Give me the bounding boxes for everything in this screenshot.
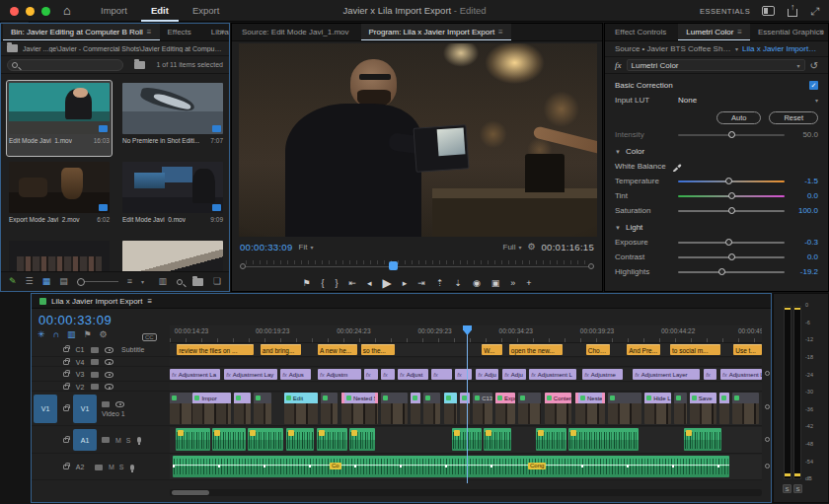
scrubber-track[interactable]	[246, 266, 588, 267]
edit-pencil-icon[interactable]: ✎	[9, 277, 17, 286]
clip-name[interactable]: Edit Mode Javi_1.mov	[9, 137, 72, 144]
video-clip[interactable]	[381, 393, 408, 424]
step-back-button[interactable]: ◂	[367, 279, 372, 288]
adjustment-layer-clip[interactable]	[704, 369, 716, 380]
adjustment-layer-clip[interactable]: Adjust	[398, 369, 428, 380]
video-clip[interactable]	[170, 393, 192, 424]
solo-right-button[interactable]: S	[793, 484, 802, 493]
clip-thumbnail[interactable]	[122, 83, 223, 134]
adjustment-layer-clip[interactable]: Adjustment L	[529, 369, 576, 380]
lock-icon[interactable]	[63, 360, 69, 365]
clip-name[interactable]: No Premiere in Shot Editi...	[122, 137, 199, 144]
timeline-playhead[interactable]	[467, 325, 468, 483]
color-section-header[interactable]: ▼Color	[605, 144, 828, 159]
a2-track-header[interactable]: A2 M S	[32, 455, 170, 480]
minimize-window-button[interactable]	[26, 7, 35, 16]
video-clip[interactable]	[411, 393, 420, 424]
audio-clip[interactable]	[317, 428, 347, 451]
clip-thumbnail[interactable]	[122, 162, 223, 213]
No Premiere in Shot Editi...[interactable]: No Premiere in Shot Editi...7:07	[120, 81, 225, 156]
video-clip[interactable]	[234, 393, 251, 424]
audio-clip[interactable]	[536, 428, 566, 451]
track-target-v1[interactable]: V1	[73, 395, 97, 423]
video-clip[interactable]: Nested S	[341, 393, 378, 424]
scrubber-playhead[interactable]	[389, 261, 398, 270]
track-target-a1[interactable]: A1	[73, 429, 97, 451]
automate-to-sequence-icon[interactable]: ▥	[158, 277, 167, 286]
playback-resolution-dropdown[interactable]: Full▾	[503, 243, 522, 252]
thumbnail-zoom-slider[interactable]	[77, 281, 118, 282]
a1-track-header[interactable]: A1 M S	[32, 427, 170, 454]
lock-icon[interactable]	[63, 347, 69, 352]
tab-overflow-icon[interactable]: »	[819, 27, 824, 36]
slider-knob[interactable]	[728, 207, 735, 214]
sync-lock-icon[interactable]	[102, 401, 110, 407]
video-clip[interactable]: Impor	[192, 393, 231, 424]
sync-lock-icon[interactable]	[91, 347, 99, 353]
lift-button[interactable]: ⇡	[436, 279, 444, 288]
adjustment-layer-clip[interactable]: Adjustment L	[720, 369, 762, 380]
slider-track[interactable]	[678, 180, 785, 182]
v4-track-header[interactable]: V4	[32, 358, 170, 367]
audio-clip[interactable]	[568, 428, 639, 451]
subtitle-track-header[interactable]: C1 Subtitle	[32, 343, 170, 357]
clip-name[interactable]: Edit Mode Javi_0.mov	[122, 216, 186, 223]
media-folder-icon[interactable]	[134, 61, 145, 69]
audio-clip[interactable]	[212, 428, 246, 451]
snap-icon[interactable]: ∩	[53, 330, 59, 339]
search-input[interactable]	[7, 59, 123, 71]
slider-track[interactable]	[678, 271, 785, 273]
tab-overflow-icon[interactable]: »	[220, 27, 225, 36]
audio-clip[interactable]	[176, 428, 210, 451]
video-clip[interactable]: C13	[473, 393, 492, 424]
workspace-name-label[interactable]: ESSENTIALS	[700, 7, 750, 16]
close-window-button[interactable]	[10, 7, 19, 16]
timeline-settings-icon[interactable]: ⚙	[100, 330, 108, 339]
video-clip[interactable]: Content	[545, 393, 571, 424]
new-bin-icon[interactable]	[192, 278, 203, 286]
slider-track[interactable]	[678, 210, 785, 212]
extract-button[interactable]: ⇣	[454, 279, 462, 288]
mute-button[interactable]: M	[107, 464, 116, 470]
source-clip-label[interactable]: Source • Javier BTS Coffee Shoot...	[615, 44, 731, 53]
workspaces-icon[interactable]	[762, 6, 775, 16]
video-clip[interactable]: Edit	[284, 393, 318, 424]
mute-button[interactable]: M	[113, 437, 123, 444]
clip-thumbnail[interactable]	[9, 162, 110, 213]
adjustment-layer-clip[interactable]: Adjustm	[318, 369, 361, 380]
clip-name[interactable]: Export Mode Javi_2.mov	[9, 216, 80, 223]
slider-track[interactable]	[678, 256, 785, 258]
fullscreen-icon[interactable]: ⤢	[810, 6, 819, 17]
slider-knob[interactable]	[728, 192, 735, 199]
clip-item[interactable]	[120, 239, 225, 271]
adjustment-layer-clip[interactable]: Adjustment Layer	[633, 369, 700, 380]
freeform-view-icon[interactable]: ▤	[59, 277, 68, 286]
reset-effect-icon[interactable]: ↺	[810, 60, 818, 71]
current-timecode[interactable]: 00:00:33:09	[240, 242, 293, 252]
voiceover-record-icon[interactable]	[137, 437, 141, 443]
video-clip[interactable]	[423, 393, 440, 424]
subtitle-clip[interactable]: W...	[482, 344, 502, 355]
eye-icon[interactable]	[105, 372, 113, 378]
adjustment-layer-clip[interactable]	[431, 369, 452, 380]
export-frame-button[interactable]: ◉	[473, 279, 481, 288]
track-resize-handle[interactable]	[765, 404, 770, 409]
scrubber-start-handle[interactable]	[240, 263, 246, 269]
timeline-timecode[interactable]: 00:00:33:09	[38, 313, 112, 327]
bin-tab[interactable]: Effects	[160, 24, 203, 41]
a1-track[interactable]	[170, 427, 762, 454]
audio-clip-long[interactable]	[173, 456, 729, 477]
clip-thumbnail[interactable]	[122, 241, 223, 271]
video-clip[interactable]	[444, 393, 457, 424]
basic-correction-header[interactable]: Basic Correction	[615, 81, 673, 90]
video-clip[interactable]: Save	[690, 393, 716, 424]
add-marker-icon[interactable]: ⚑	[84, 330, 92, 339]
adjustment-layer-clip[interactable]: Adjustment La	[170, 369, 220, 380]
zoom-window-button[interactable]	[41, 7, 50, 16]
new-item-icon[interactable]: ❏	[213, 277, 221, 286]
v2-track-header[interactable]: V2	[32, 383, 170, 392]
v1-track[interactable]: Impor Edit Nested S	[170, 393, 762, 426]
slider-value[interactable]: -19.2	[785, 267, 818, 276]
adjustment-layer-clip[interactable]: Adjustment Lay	[224, 369, 277, 380]
Export Mode Javi_2.mov[interactable]: Export Mode Javi_2.mov6:02	[7, 160, 112, 235]
